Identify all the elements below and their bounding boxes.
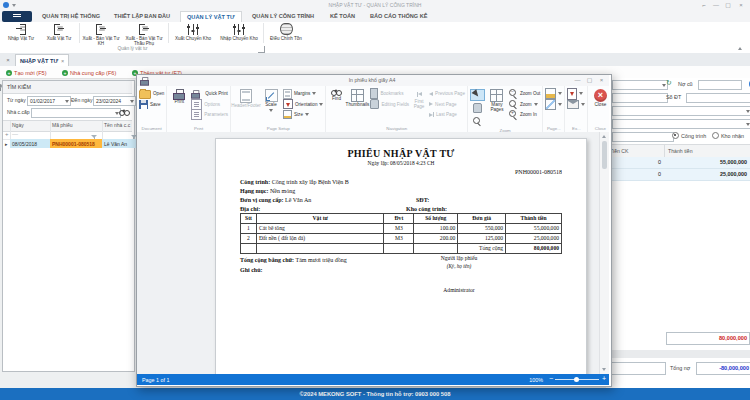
- supplier-combo[interactable]: [612, 80, 668, 90]
- ribbon-tab-accounting[interactable]: KẾ TOÁN: [324, 11, 361, 22]
- grid-cell[interactable]: 25,000,000: [664, 169, 750, 181]
- dropdown-caret-icon[interactable]: [65, 100, 69, 103]
- dropdown-caret-icon[interactable]: [746, 123, 750, 126]
- supplier-name-input[interactable]: [612, 93, 668, 103]
- margins-button[interactable]: Margins: [283, 89, 323, 98]
- scroll-up-icon[interactable]: [602, 135, 606, 138]
- zoom-minus-button[interactable]: −: [549, 375, 553, 382]
- options-button[interactable]: Options: [191, 100, 228, 109]
- preview-vertical-scrollbar[interactable]: [599, 132, 609, 374]
- zoom-slider-thumb[interactable]: [574, 377, 579, 382]
- ribbon-tab-projects[interactable]: QUẢN LÝ CÔNG TRÌNH: [246, 11, 320, 22]
- preview-content-area[interactable]: PHIẾU NHẬP VẬT TƯ Ngày lập: 08/05/2018 4…: [137, 132, 609, 374]
- size-button[interactable]: Size: [283, 110, 323, 119]
- import-materials-button[interactable]: Nhập Vật Tư: [2, 23, 40, 41]
- grid-cell[interactable]: 0: [606, 169, 664, 181]
- application-menu-button[interactable]: [2, 11, 32, 22]
- editing-fields-button[interactable]: Editing Fields: [370, 100, 409, 109]
- dialog-close-button[interactable]: ×: [596, 76, 607, 85]
- ribbon-tab-reports[interactable]: BÁO CÁO THỐNG KÊ: [364, 11, 434, 22]
- parameters-button[interactable]: Parameters: [191, 110, 228, 119]
- export-transfer-warehouse-button[interactable]: Xuất Chuyển Kho: [170, 23, 216, 41]
- dialog-minimize-button[interactable]: —: [572, 76, 583, 85]
- dialog-maximize-button[interactable]: ▢: [584, 76, 595, 85]
- many-pages-button[interactable]: Many Pages: [487, 87, 507, 113]
- create-new-button[interactable]: Tạo mới (F5): [6, 68, 47, 77]
- last-page-button[interactable]: Last Page: [429, 110, 465, 119]
- maximize-button[interactable]: ▢: [722, 1, 734, 9]
- thumbnails-button[interactable]: Thumbnails: [346, 87, 368, 108]
- save-button[interactable]: Save: [139, 100, 164, 109]
- scale-button[interactable]: Scale: [261, 87, 281, 112]
- ribbon-tab-setup[interactable]: THIẾT LẬP BAN ĐẦU: [108, 11, 176, 22]
- row-date[interactable]: 08/05/2018: [10, 139, 54, 148]
- export-sell-customer-button[interactable]: Xuất - Bán Vật Tư KH: [81, 23, 121, 46]
- ribbon-collapse-icon[interactable]: [738, 47, 742, 50]
- hand-tool-button[interactable]: [470, 102, 485, 114]
- row-code[interactable]: PNH00001-080518: [50, 139, 106, 148]
- magnifier-tool-button[interactable]: [470, 115, 485, 127]
- export-sell-subcontractor-button[interactable]: Xuất - Bán Vật Tư Thầu Phụ: [121, 23, 167, 46]
- filter-funnel-icon[interactable]: [91, 135, 97, 138]
- close-button[interactable]: ×: [735, 1, 747, 9]
- ribbon-tab-system[interactable]: QUẢN TRỊ HỆ THỐNG: [36, 11, 106, 22]
- adjust-stock-button[interactable]: Điều Chỉnh Tồn: [265, 23, 307, 41]
- grid-cell[interactable]: 55,000,000: [664, 157, 750, 169]
- tabstrip-close-icon[interactable]: ×: [4, 56, 12, 64]
- page-color-button[interactable]: [545, 89, 562, 98]
- import-transfer-warehouse-button[interactable]: Nhập Chuyển Kho: [216, 23, 262, 41]
- pin-icon[interactable]: [0, 84, 2, 88]
- note-input[interactable]: [608, 362, 666, 375]
- zoom-out-button[interactable]: −Zoom Out: [509, 89, 540, 98]
- dropdown-caret-icon[interactable]: [130, 100, 134, 103]
- tab-close-icon[interactable]: ×: [61, 58, 64, 64]
- from-date-input[interactable]: 01/02/2017: [27, 96, 71, 106]
- search-binoculars-icon[interactable]: [119, 109, 130, 116]
- radio-warehouse[interactable]: Kho nhận: [712, 132, 744, 139]
- close-preview-button[interactable]: Close: [590, 87, 610, 108]
- quick-access-caret-icon[interactable]: [12, 4, 16, 7]
- category-combo[interactable]: [612, 119, 750, 129]
- grid-cell[interactable]: 0: [606, 157, 664, 169]
- col-ma-phieu[interactable]: Mã phiếu: [50, 121, 106, 130]
- minimize-button[interactable]: —: [710, 1, 722, 9]
- send-email-button[interactable]: [567, 100, 585, 109]
- grid-col-tien-ck[interactable]: Tiền CK: [606, 144, 669, 158]
- orientation-button[interactable]: Orientation: [283, 100, 323, 109]
- refresh-icon[interactable]: [666, 80, 674, 88]
- dropdown-caret-icon[interactable]: [746, 110, 750, 113]
- export-document-button[interactable]: [567, 89, 585, 98]
- app-icon[interactable]: [3, 2, 9, 8]
- supplier-button[interactable]: Nhà cung cấp (F6): [62, 68, 116, 77]
- watermark-button[interactable]: [545, 100, 562, 109]
- old-debt-input[interactable]: [698, 80, 742, 90]
- next-page-button[interactable]: Next Page: [429, 100, 465, 109]
- site-combo[interactable]: [612, 106, 750, 116]
- open-button[interactable]: Open: [139, 89, 164, 98]
- row-supplier[interactable]: Lê Văn An: [102, 139, 136, 148]
- zoom-in-button[interactable]: +Zoom In: [509, 110, 540, 119]
- previous-page-button[interactable]: Previous Page: [429, 89, 465, 98]
- header-footer-button[interactable]: Header/Footer: [233, 87, 259, 109]
- bookmarks-button[interactable]: Bookmarks: [370, 89, 409, 98]
- col-ngay[interactable]: Ngày: [10, 121, 54, 130]
- supplier-filter-input[interactable]: [31, 108, 121, 118]
- zoom-plus-button[interactable]: +: [602, 375, 606, 382]
- quick-print-button[interactable]: Quick Print: [191, 89, 228, 98]
- group-dialog-launcher-icon[interactable]: [258, 46, 265, 53]
- warehouse-input[interactable]: [612, 132, 674, 142]
- ribbon-options-button[interactable]: ⌐: [698, 1, 710, 9]
- export-materials-button[interactable]: Xuất Vật Tư: [40, 23, 78, 41]
- radio-site[interactable]: Công trình: [672, 132, 706, 139]
- pointer-tool-button[interactable]: [470, 89, 485, 101]
- to-date-input[interactable]: 23/02/2024: [93, 96, 136, 106]
- first-page-button[interactable]: First Page: [411, 87, 427, 110]
- phone-input[interactable]: [686, 93, 750, 103]
- grid-col-thanh-tien[interactable]: Thành tiền: [664, 144, 750, 158]
- col-ten-nha-cc[interactable]: Tên nhà c.c: [102, 121, 136, 130]
- find-button[interactable]: Find: [328, 87, 344, 102]
- scroll-thumb[interactable]: [602, 141, 607, 169]
- scroll-down-icon[interactable]: [602, 368, 606, 371]
- zoom-button[interactable]: Zoom: [509, 100, 540, 109]
- print-button[interactable]: Print: [169, 87, 189, 105]
